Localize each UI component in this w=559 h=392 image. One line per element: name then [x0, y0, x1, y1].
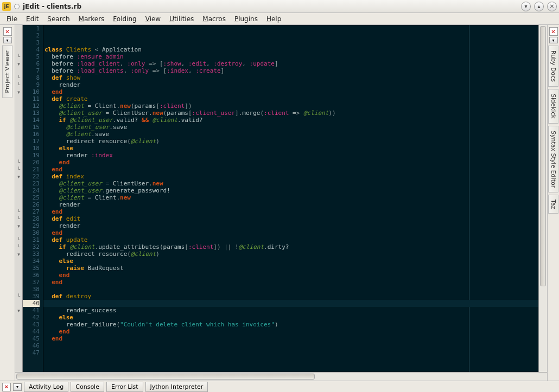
dock-menu-button[interactable]: ▾ — [3, 37, 12, 43]
code-line[interactable]: end — [45, 208, 538, 215]
code-line[interactable]: else — [45, 258, 538, 265]
gutter[interactable]: 1234567891011121314151617181920212223242… — [23, 25, 43, 372]
code-line[interactable]: redirect resource(@client) — [45, 138, 538, 145]
code-line[interactable]: else — [45, 314, 538, 321]
dock-tab-activity-log[interactable]: Activity Log — [24, 382, 68, 392]
code-line[interactable]: end — [45, 159, 538, 166]
app-icon: jE — [2, 2, 11, 11]
dock-menu-button[interactable]: ▾ — [13, 383, 22, 391]
code-line[interactable]: render — [45, 81, 538, 88]
titlebar: jE jEdit - clients.rb ▾ ▴ ✕ — [0, 0, 559, 13]
code-line[interactable]: end — [45, 88, 538, 95]
code-line[interactable]: end — [45, 166, 538, 173]
dock-close-button[interactable]: ✕ — [549, 27, 558, 36]
menu-help[interactable]: Help — [262, 14, 285, 24]
menu-folding[interactable]: Folding — [109, 14, 141, 24]
code-line[interactable]: def show — [45, 74, 538, 81]
code-line[interactable]: else — [45, 145, 538, 152]
horizontal-scrollbar[interactable] — [15, 372, 547, 381]
dock-close-button[interactable]: ✕ — [3, 27, 12, 36]
code-line[interactable]: def update — [45, 236, 538, 243]
code-line[interactable]: end — [45, 335, 538, 342]
dock-tab-console[interactable]: Console — [71, 382, 104, 392]
code-line[interactable]: end — [45, 229, 538, 236]
code-line[interactable] — [45, 286, 538, 293]
editor: └▾└└▾└└▾└└▾└└▾└▾ 12345678910111213141516… — [15, 25, 547, 381]
code-line[interactable]: render_failure("Couldn't delete client w… — [45, 321, 538, 328]
scrollbar-thumb[interactable] — [540, 26, 546, 286]
code-line[interactable]: def index — [45, 173, 538, 180]
vertical-scrollbar[interactable] — [538, 25, 547, 372]
window-title: jEdit - clients.rb — [23, 3, 518, 10]
code-line[interactable]: render_success — [45, 307, 538, 314]
maximize-button[interactable]: ▴ — [534, 2, 544, 11]
code-line[interactable]: if @client.update_attributes(params[:cli… — [45, 243, 538, 250]
menu-search[interactable]: Search — [43, 14, 74, 24]
menu-edit[interactable]: Edit — [22, 14, 43, 24]
code-line[interactable]: end — [45, 279, 538, 286]
dock-tab-syntax-style-editor[interactable]: Syntax Style Editor — [548, 126, 558, 192]
code-line[interactable]: @client_user.save — [45, 124, 538, 131]
menu-view[interactable]: View — [141, 14, 165, 24]
left-dock: ✕ ▾ Project Viewer — [0, 25, 15, 381]
code-line[interactable]: end — [45, 328, 538, 335]
code-line[interactable]: before :ensure_admin — [45, 53, 538, 60]
dock-tab-sidekick[interactable]: Sidekick — [548, 89, 558, 124]
dock-tab-taz[interactable]: Taz — [548, 195, 558, 214]
fold-column[interactable]: └▾└└▾└└▾└└▾└└▾└▾ — [15, 25, 23, 372]
code-line[interactable]: @client_user = ClientUser.new(params[:cl… — [45, 110, 538, 117]
code-line[interactable]: def destroy — [45, 293, 538, 300]
bottom-dock: ✕ ▾ Activity LogConsoleError ListJython … — [0, 381, 559, 392]
code-line[interactable]: @client_user = ClientUser.new — [45, 180, 538, 187]
code-line[interactable]: render — [45, 201, 538, 208]
dock-tab-jython-interpreter[interactable]: Jython Interpreter — [145, 382, 208, 392]
right-dock: ✕ ▾ Ruby DocsSidekickSyntax Style Editor… — [547, 25, 559, 381]
minimize-button[interactable]: ▾ — [521, 2, 531, 11]
code-line[interactable]: def create — [45, 95, 538, 102]
menu-file[interactable]: File — [2, 14, 22, 24]
dock-tab-ruby-docs[interactable]: Ruby Docs — [548, 46, 558, 87]
dock-close-button[interactable]: ✕ — [2, 383, 11, 391]
code-line[interactable]: def edit — [45, 215, 538, 222]
code-line[interactable]: @client = Client.new(params[:client]) — [45, 102, 538, 110]
code-line[interactable]: @client = Client.new — [45, 194, 538, 201]
scrollbar-thumb[interactable] — [16, 374, 315, 380]
print-margin — [469, 25, 469, 372]
menu-macros[interactable]: Macros — [198, 14, 230, 24]
code-line[interactable]: if @client_user.valid? && @client.valid? — [45, 117, 538, 124]
menubar: FileEditSearchMarkersFoldingViewUtilitie… — [0, 13, 559, 25]
code-line[interactable]: redirect resource(@client) — [45, 250, 538, 258]
code-line[interactable]: before :load_client, :only => [:show, :e… — [45, 60, 538, 67]
code-line[interactable]: raise BadRequest — [45, 265, 538, 272]
code-area[interactable]: class Clients < Application before :ensu… — [43, 25, 538, 372]
dock-menu-button[interactable]: ▾ — [549, 37, 558, 43]
code-line[interactable]: class Clients < Application — [45, 46, 538, 53]
code-line[interactable]: end — [45, 272, 538, 279]
doc-modified-icon — [14, 4, 20, 9]
menu-plugins[interactable]: Plugins — [230, 14, 262, 24]
dock-tab-error-list[interactable]: Error List — [106, 382, 143, 392]
code-line[interactable]: @client_user.generate_password! — [45, 187, 538, 194]
dock-tab-project-viewer[interactable]: Project Viewer — [2, 46, 12, 98]
code-line[interactable]: before :load_clients, :only => [:index, … — [45, 67, 538, 74]
close-window-button[interactable]: ✕ — [547, 2, 557, 11]
menu-markers[interactable]: Markers — [74, 14, 109, 24]
code-line[interactable]: @client.save — [45, 131, 538, 138]
code-line[interactable]: render :index — [45, 152, 538, 159]
menu-utilities[interactable]: Utilities — [165, 14, 198, 24]
code-line[interactable]: render — [45, 222, 538, 229]
